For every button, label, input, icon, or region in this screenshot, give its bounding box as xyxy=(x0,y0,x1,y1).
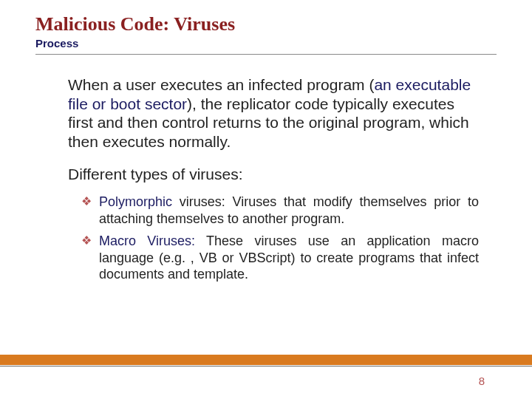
list-item: ❖ Polymorphic viruses: Viruses that modi… xyxy=(81,194,479,227)
bullet-list: ❖ Polymorphic viruses: Viruses that modi… xyxy=(68,194,482,283)
slide-title: Malicious Code: Viruses xyxy=(35,13,497,35)
intro-paragraph: When a user executes an infected program… xyxy=(68,75,482,151)
bullet-lead: Macro Viruses: xyxy=(99,233,195,248)
content-area: When a user executes an infected program… xyxy=(35,75,497,283)
slide: Malicious Code: Viruses Process When a u… xyxy=(0,0,532,399)
footer-line xyxy=(0,366,532,366)
list-item: ❖ Macro Viruses: These viruses use an ap… xyxy=(81,233,479,283)
types-heading: Different types of viruses: xyxy=(68,166,482,183)
intro-pre: When a user executes an infected program… xyxy=(68,76,374,93)
footer-bar xyxy=(0,355,532,365)
title-rule xyxy=(35,54,497,55)
bullet-text: Polymorphic viruses: Viruses that modify… xyxy=(99,194,479,227)
bullet-text: Macro Viruses: These viruses use an appl… xyxy=(99,233,479,283)
bullet-lead: Polymorphic xyxy=(99,194,172,209)
page-number: 8 xyxy=(479,375,485,387)
diamond-icon: ❖ xyxy=(81,194,92,210)
slide-subtitle: Process xyxy=(35,37,497,50)
diamond-icon: ❖ xyxy=(81,233,92,249)
